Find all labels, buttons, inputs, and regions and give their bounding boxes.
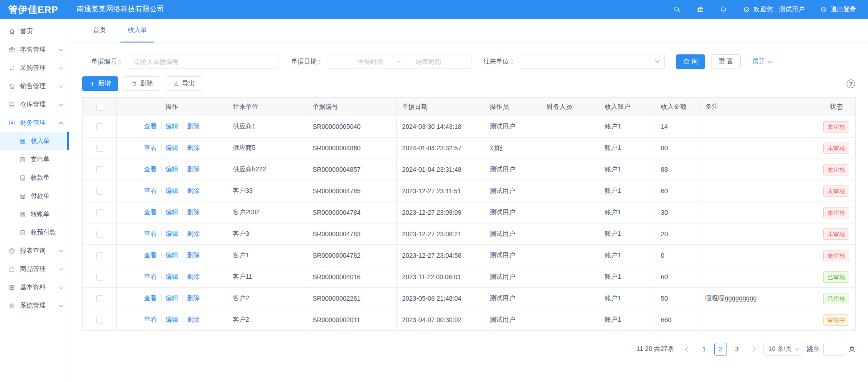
add-button[interactable]: 新增 bbox=[82, 76, 118, 91]
status-badge: 未审核 bbox=[823, 228, 849, 240]
bell-icon[interactable] bbox=[720, 5, 727, 13]
edit-link[interactable]: 编辑 bbox=[166, 294, 178, 302]
prev-page-button[interactable] bbox=[681, 343, 694, 355]
sidebar-item-income-bill[interactable]: 收入单 bbox=[0, 132, 69, 150]
view-link[interactable]: 查看 bbox=[144, 251, 157, 259]
sidebar-item-base-data[interactable]: 基本资料 bbox=[0, 278, 69, 297]
help-icon[interactable] bbox=[847, 80, 855, 88]
sidebar-label: 支出单 bbox=[31, 155, 50, 164]
view-link[interactable]: 查看 bbox=[144, 208, 157, 216]
page-button-2[interactable]: 2 bbox=[714, 343, 727, 355]
date-start-input[interactable] bbox=[344, 58, 397, 65]
welcome-user[interactable]: 欢迎您，测试用户 bbox=[743, 5, 805, 14]
sidebar-item-transfer-bill[interactable]: 转账单 bbox=[0, 205, 69, 223]
reset-button[interactable]: 重 置 bbox=[711, 54, 741, 69]
cell-date: 2023-05-08 21:48:04 bbox=[397, 288, 484, 309]
chevron-down-icon bbox=[59, 248, 63, 253]
delete-link[interactable]: 删除 bbox=[187, 144, 200, 151]
view-link[interactable]: 查看 bbox=[144, 165, 157, 173]
sidebar-item-home[interactable]: 首页 bbox=[0, 22, 69, 41]
date-range-picker[interactable]: ~ bbox=[328, 54, 471, 69]
view-link[interactable]: 查看 bbox=[144, 316, 157, 323]
edit-link[interactable]: 编辑 bbox=[166, 316, 178, 323]
cell-account: 账户1 bbox=[599, 116, 655, 138]
export-button[interactable]: 导出 bbox=[166, 76, 202, 91]
expand-link[interactable]: 展开 bbox=[753, 58, 771, 66]
cell-amount: 60 bbox=[655, 180, 700, 202]
view-link[interactable]: 查看 bbox=[144, 144, 157, 151]
row-checkbox[interactable] bbox=[96, 231, 103, 238]
edit-link[interactable]: 编辑 bbox=[166, 187, 178, 194]
sidebar-item-system[interactable]: 系统管理 bbox=[0, 297, 69, 315]
delete-link[interactable]: 删除 bbox=[187, 273, 200, 280]
row-checkbox[interactable] bbox=[96, 209, 103, 216]
edit-link[interactable]: 编辑 bbox=[166, 122, 178, 130]
edit-link[interactable]: 编辑 bbox=[166, 251, 178, 259]
edit-link[interactable]: 编辑 bbox=[166, 165, 178, 173]
view-link[interactable]: 查看 bbox=[144, 122, 157, 130]
sidebar-item-retail[interactable]: 零售管理 bbox=[0, 41, 69, 59]
delete-link[interactable]: 删除 bbox=[187, 230, 200, 237]
sidebar-item-expense-bill[interactable]: 支出单 bbox=[0, 150, 69, 169]
bank-icon[interactable] bbox=[696, 5, 704, 13]
edit-link[interactable]: 编辑 bbox=[166, 208, 178, 216]
sidebar-item-warehouse[interactable]: 仓库管理 bbox=[0, 96, 69, 114]
page-size-select[interactable]: 10 条/页 bbox=[763, 343, 803, 355]
cell-remark bbox=[700, 266, 817, 288]
document-icon bbox=[19, 138, 26, 145]
tab-home[interactable]: 首页 bbox=[86, 19, 113, 42]
sidebar-item-reports[interactable]: 报表查询 bbox=[0, 242, 69, 260]
sidebar-item-payment-bill[interactable]: 付款单 bbox=[0, 187, 69, 205]
delete-link[interactable]: 删除 bbox=[187, 251, 200, 259]
bill-no-input[interactable] bbox=[128, 54, 278, 69]
row-checkbox[interactable] bbox=[96, 166, 103, 173]
tab-income-bill[interactable]: 收入单 bbox=[120, 19, 154, 42]
sidebar-item-products[interactable]: 商品管理 bbox=[0, 260, 69, 278]
delete-link[interactable]: 删除 bbox=[187, 122, 200, 130]
row-checkbox[interactable] bbox=[96, 295, 103, 302]
sidebar-item-advance-payment[interactable]: 收预付款 bbox=[0, 223, 69, 242]
delete-link[interactable]: 删除 bbox=[187, 294, 200, 302]
cell-date: 2023-12-27 23:08:21 bbox=[397, 223, 484, 245]
sidebar-item-receipt-bill[interactable]: 收款单 bbox=[0, 169, 69, 187]
search-icon[interactable] bbox=[673, 5, 681, 13]
page-button-1[interactable]: 1 bbox=[698, 343, 711, 355]
jump-page-input[interactable] bbox=[823, 343, 845, 355]
table-row: 查看编辑删除 客户1 SR00000004782 2023-12-27 23:0… bbox=[83, 245, 856, 266]
row-checkbox[interactable] bbox=[96, 252, 103, 259]
delete-link[interactable]: 删除 bbox=[187, 187, 200, 194]
cell-amount: 88 bbox=[655, 159, 700, 180]
edit-link[interactable]: 编辑 bbox=[166, 230, 178, 237]
logout-icon bbox=[820, 6, 827, 13]
cell-remark bbox=[700, 223, 817, 245]
row-checkbox[interactable] bbox=[96, 274, 103, 281]
delete-button[interactable]: 删除 bbox=[124, 76, 160, 91]
view-link[interactable]: 查看 bbox=[144, 187, 157, 194]
row-checkbox[interactable] bbox=[96, 123, 103, 130]
select-all-checkbox[interactable] bbox=[96, 104, 103, 111]
delete-link[interactable]: 删除 bbox=[187, 165, 200, 173]
edit-link[interactable]: 编辑 bbox=[166, 273, 178, 280]
partner-select[interactable] bbox=[520, 54, 665, 69]
page-button-3[interactable]: 3 bbox=[731, 343, 743, 355]
date-end-input[interactable] bbox=[402, 58, 455, 65]
sidebar-item-finance[interactable]: 财务管理 bbox=[0, 114, 69, 132]
cell-code: SR00000004860 bbox=[307, 138, 397, 159]
row-checkbox[interactable] bbox=[96, 188, 103, 195]
cell-partner: 供应商b222 bbox=[227, 159, 307, 180]
search-button[interactable]: 查 询 bbox=[676, 54, 705, 69]
logout-button[interactable]: 退出登录 bbox=[820, 5, 856, 14]
delete-link[interactable]: 删除 bbox=[187, 316, 200, 323]
row-checkbox[interactable] bbox=[96, 145, 103, 152]
sidebar-item-purchase[interactable]: 采购管理 bbox=[0, 59, 69, 77]
row-checkbox[interactable] bbox=[96, 317, 103, 324]
next-page-button[interactable] bbox=[747, 343, 760, 355]
cell-amount: 14 bbox=[655, 116, 700, 138]
view-link[interactable]: 查看 bbox=[144, 230, 157, 237]
chevron-right-icon bbox=[751, 347, 756, 351]
view-link[interactable]: 查看 bbox=[144, 294, 157, 302]
view-link[interactable]: 查看 bbox=[144, 273, 157, 280]
sidebar-item-sales[interactable]: 销售管理 bbox=[0, 77, 69, 96]
delete-link[interactable]: 删除 bbox=[187, 208, 200, 216]
edit-link[interactable]: 编辑 bbox=[166, 144, 178, 151]
